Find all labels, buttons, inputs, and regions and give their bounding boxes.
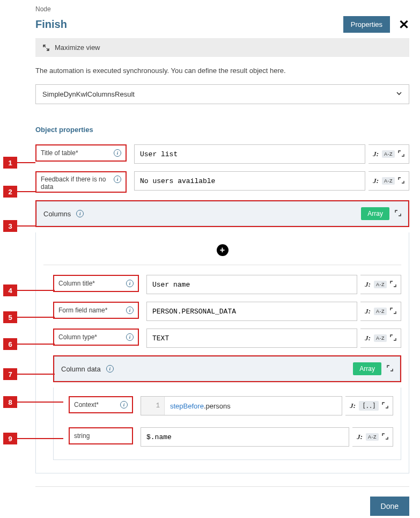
expand-icon[interactable] [387,365,393,373]
callout-8: 8 [3,396,63,408]
callout-1: 1 [3,157,35,169]
label-text: Context* [74,401,99,408]
info-icon[interactable]: i [126,280,134,287]
feedback-no-data-input[interactable] [134,171,365,191]
j-tool[interactable]: J: [373,150,379,158]
context-code-text: stepBefore.persons [165,397,342,415]
column-data-array-header-frame: Column data i Array [53,355,401,382]
label-text: Form field name* [58,307,107,314]
expand-icon[interactable] [398,177,404,185]
column-data-array-bar[interactable]: Column data i Array [54,356,400,381]
label-string: string [69,427,133,444]
callout-6: 6 [3,338,55,350]
callout-3: 3 [3,220,35,232]
j-tool[interactable]: J: [373,177,379,185]
info-icon[interactable]: i [76,210,84,217]
add-item-icon[interactable]: + [217,244,229,256]
column-type-input[interactable] [146,329,357,348]
label-column-title: Column title* i [53,275,139,292]
az-tool[interactable]: A-Z [382,177,395,185]
expand-icon[interactable] [382,402,388,410]
info-icon[interactable]: i [114,176,121,183]
label-text: string [74,432,90,440]
expand-icon[interactable] [390,334,396,342]
result-type-value: SimpleDynKwlColumnsResult [42,90,135,98]
label-title-of-table: Title of table* i [35,144,127,162]
columns-body: + Column title* i J: A-Z [35,232,409,473]
divider [43,265,401,265]
result-type-select[interactable]: SimpleDynKwlColumnsResult [35,84,409,104]
callout-9: 9 [3,433,63,444]
description-text: The automation is executed synchronously… [35,67,409,75]
column-data-body: Context* i 1 stepBefore.persons J: [53,388,401,460]
info-icon[interactable]: i [106,365,114,373]
label-text: Column title* [58,280,95,287]
info-icon[interactable]: i [126,307,134,314]
columns-label: Columns [43,210,71,218]
az-tool[interactable]: A-Z [374,334,387,342]
close-icon[interactable]: ✕ [399,17,409,32]
expand-icon [43,45,49,51]
label-text: Title of table* [41,149,78,157]
columns-array-bar[interactable]: Columns i Array [36,201,408,226]
maximize-label: Maximize view [55,43,100,52]
callout-4: 4 [3,284,55,296]
done-button[interactable]: Done [370,497,409,516]
az-tool[interactable]: A-Z [382,150,395,158]
brackets-tool[interactable]: [..] [359,401,379,411]
section-heading: Object properties [35,126,409,134]
callout-7: 7 [3,368,55,380]
properties-button[interactable]: Properties [343,16,390,33]
expand-icon[interactable] [382,433,388,441]
label-form-field-name: Form field name* i [53,302,139,319]
expand-icon[interactable] [395,210,401,217]
label-feedback-no-data: Feedback if there is no data i [35,171,127,193]
array-badge: Array [353,362,381,375]
label-context: Context* i [69,396,133,413]
j-tool[interactable]: J: [350,402,356,410]
j-tool[interactable]: J: [365,280,371,289]
string-input[interactable] [141,427,349,447]
j-tool[interactable]: J: [365,334,371,342]
j-tool[interactable]: J: [365,307,371,316]
columns-array-header-frame: Columns i Array [35,200,409,227]
expand-icon[interactable] [390,308,396,315]
info-icon[interactable]: i [114,149,121,157]
az-tool[interactable]: A-Z [366,433,379,441]
column-data-label: Column data [61,365,101,373]
maximize-bar[interactable]: Maximize view [35,38,409,57]
callout-2: 2 [3,186,35,198]
form-field-name-input[interactable] [146,302,357,321]
chevron-down-icon [396,90,402,98]
expand-icon[interactable] [398,150,404,158]
az-tool[interactable]: A-Z [374,281,387,288]
label-column-type: Column type* i [53,329,139,346]
callout-5: 5 [3,311,55,323]
label-text: Feedback if there is no data [41,176,114,191]
column-title-input[interactable] [146,275,357,294]
info-icon[interactable]: i [120,401,128,408]
title-of-table-input[interactable] [134,144,365,164]
array-badge: Array [361,207,389,220]
j-tool[interactable]: J: [357,433,363,441]
breadcrumb: Node [35,5,409,13]
context-code-input[interactable]: 1 stepBefore.persons [141,396,342,415]
code-line-number: 1 [141,397,165,415]
info-icon[interactable]: i [126,333,134,341]
page-title: Finish [35,18,67,31]
az-tool[interactable]: A-Z [374,308,387,315]
label-text: Column type* [58,333,97,341]
expand-icon[interactable] [390,281,396,288]
